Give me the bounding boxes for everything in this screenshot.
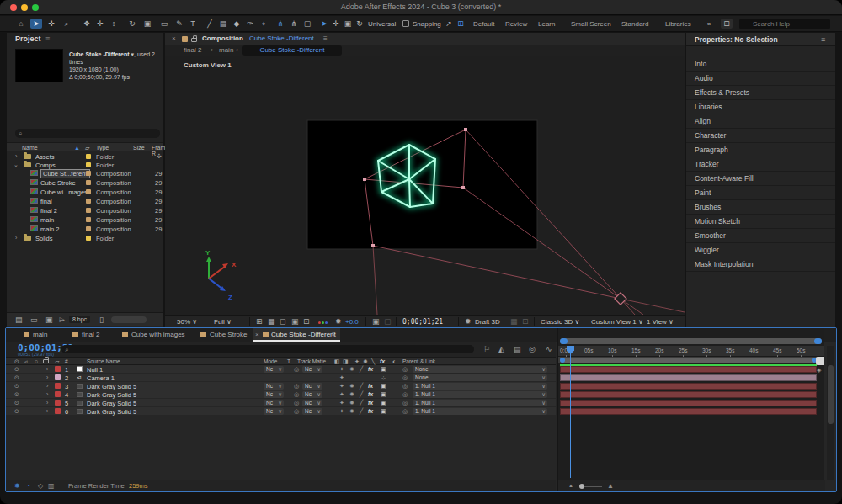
- view-select[interactable]: Custom View 1 ∨: [591, 318, 643, 326]
- expand-panes-icon[interactable]: ◇: [38, 482, 43, 490]
- dolly-camera-tool-icon[interactable]: ↕: [108, 19, 120, 29]
- zoom-out-mountain-icon[interactable]: ▲: [568, 483, 573, 488]
- workspace-tab-small-screen[interactable]: Small Screen: [571, 20, 611, 28]
- timeline-tab-cube-stroke[interactable]: Cube Stroke: [210, 331, 247, 338]
- panel-label[interactable]: Composition: [202, 34, 243, 42]
- project-row[interactable]: Cube wi...mages Composition 29: [7, 188, 163, 196]
- item-name[interactable]: final: [40, 198, 52, 205]
- project-row[interactable]: final 2 Composition 29: [7, 206, 163, 215]
- item-name[interactable]: Cube St...ferent: [40, 169, 90, 178]
- panel-tab-brushes[interactable]: Brushes: [686, 200, 835, 215]
- label-column-icon[interactable]: ▱: [85, 145, 89, 151]
- panel-menu-icon[interactable]: ≡: [323, 34, 328, 42]
- parent-link-column[interactable]: Parent & Link: [402, 358, 435, 364]
- snapping-label[interactable]: Snapping: [413, 20, 441, 28]
- matte-pickwhip-icon[interactable]: ◎: [294, 383, 299, 390]
- parent-pickwhip-icon[interactable]: ◎: [402, 391, 408, 398]
- eye-icon[interactable]: ⊙: [14, 400, 19, 406]
- label-color-swatch[interactable]: [86, 199, 91, 204]
- layer-bar-solid[interactable]: [560, 400, 817, 406]
- rectangle-tool-icon[interactable]: ▭: [158, 19, 170, 29]
- panel-tab-info[interactable]: Info: [686, 57, 835, 72]
- panel-tab-mask-interpolation[interactable]: Mask Interpolation: [686, 257, 835, 272]
- label-color-swatch[interactable]: [86, 171, 91, 176]
- source-name-column[interactable]: Source Name: [87, 358, 120, 364]
- project-panel-menu-icon[interactable]: ≡: [45, 34, 50, 43]
- sort-ascending-icon[interactable]: ▲: [74, 145, 80, 151]
- project-row[interactable]: main Composition 29: [7, 215, 163, 224]
- matte-alpha-icon[interactable]: ◧: [334, 358, 340, 365]
- label-color-swatch[interactable]: [86, 180, 91, 185]
- fx-switch[interactable]: fx: [368, 400, 373, 406]
- layer-bar-solid[interactable]: [560, 391, 817, 398]
- collapse-switch[interactable]: ✹: [349, 400, 354, 406]
- label-color-swatch[interactable]: [86, 154, 91, 159]
- parent-pickwhip-icon[interactable]: ◎: [402, 374, 408, 381]
- label-color-swatch[interactable]: [55, 366, 61, 372]
- track-matte-column[interactable]: Track Matte: [297, 358, 326, 364]
- collapse-arrow-icon[interactable]: ⌄: [13, 162, 19, 168]
- panel-tab-effects-presets[interactable]: Effects & Presets: [686, 86, 835, 100]
- show-snapshot-icon[interactable]: ▢: [384, 317, 392, 326]
- blend-mode-select[interactable]: Nc∨: [264, 408, 284, 415]
- threed-switch[interactable]: ▣: [381, 366, 386, 373]
- item-name[interactable]: Solids: [35, 235, 52, 242]
- gizmo-select-icon[interactable]: ➤: [318, 19, 330, 29]
- expand-arrow-icon[interactable]: ›: [15, 235, 17, 241]
- panel-tab-smoother[interactable]: Smoother: [686, 229, 835, 243]
- panel-tab-motion-sketch[interactable]: Motion Sketch: [686, 215, 835, 229]
- zoom-tool-icon[interactable]: ⌕: [61, 19, 72, 29]
- view-axis-mode-icon[interactable]: ▢: [301, 19, 313, 29]
- mask-visibility-icon[interactable]: ▦: [268, 317, 275, 326]
- threed-switch[interactable]: ▣: [381, 408, 386, 415]
- project-row[interactable]: Cube Stroke Composition 29: [7, 178, 163, 187]
- timeline-tab-cube-with-images[interactable]: Cube with images: [131, 331, 185, 338]
- workspace-menu-icon[interactable]: ⊡: [721, 19, 733, 29]
- parent-select[interactable]: None∨: [413, 374, 547, 381]
- shy-switch[interactable]: ✦: [339, 374, 344, 381]
- expand-arrow-icon[interactable]: ›: [15, 153, 17, 159]
- timeline-search-input[interactable]: ⌕: [61, 345, 474, 353]
- roto-brush-tool-icon[interactable]: ✑: [244, 19, 256, 29]
- brush-tool-icon[interactable]: ╱: [204, 19, 216, 29]
- layer-bar-camera-1[interactable]: [560, 374, 817, 381]
- track-matte-select[interactable]: Nc∨: [302, 408, 322, 415]
- eye-icon[interactable]: ⊙: [14, 391, 19, 398]
- column-type[interactable]: Type: [96, 145, 109, 151]
- gizmo-rotate-icon[interactable]: ↻: [354, 19, 365, 29]
- channels-icon[interactable]: [318, 317, 328, 326]
- project-row-selected[interactable]: Cube St...ferent Composition 29: [7, 169, 163, 178]
- project-row[interactable]: final Composition 29: [7, 197, 163, 205]
- workspace-tab-default[interactable]: Default: [473, 20, 494, 28]
- expand-arrow-icon[interactable]: ›: [46, 400, 48, 406]
- collapse-switch[interactable]: ✹: [349, 366, 354, 373]
- layer-bar-solid[interactable]: [560, 383, 817, 390]
- label-color-swatch[interactable]: [86, 226, 91, 231]
- t-column[interactable]: T: [287, 358, 290, 364]
- mode-column[interactable]: Mode: [264, 358, 277, 364]
- layer-row-null-1[interactable]: ⊙ › 1 Null 1 Nc∨ ◎ Nc∨ ✦ ✹ ╱ fx ▣ ◎ None…: [6, 365, 556, 374]
- track-matte-select[interactable]: Nc∨: [302, 383, 322, 390]
- mini-flowchart-icon[interactable]: ⚐: [483, 345, 490, 353]
- frame-blending-icon[interactable]: ▤: [514, 345, 521, 353]
- quality-switch[interactable]: ╱: [360, 391, 363, 398]
- extended-viewer-icon[interactable]: ⊡: [522, 317, 529, 326]
- timeline-tab-active[interactable]: × Cube Stoke -Different ≡: [253, 328, 340, 342]
- pen-tool-icon[interactable]: ✎: [173, 19, 185, 29]
- selection-tool-icon[interactable]: ➤: [30, 19, 42, 29]
- video-column-icon[interactable]: ⊙: [14, 358, 19, 365]
- panel-tab-audio[interactable]: Audio: [686, 72, 835, 86]
- layer-row-solid[interactable]: ⊙ › 3 Dark Gray Solid 5 Nc∨ ◎ Nc∨ ✦ ✹ ╱ …: [6, 382, 556, 390]
- eraser-tool-icon[interactable]: ◆: [231, 19, 242, 29]
- motion-blur-switch-icon[interactable]: ◐: [392, 358, 396, 364]
- label-color-swatch[interactable]: [86, 189, 91, 194]
- exposure-gear-icon[interactable]: ✹: [335, 317, 342, 326]
- column-size[interactable]: Size: [133, 145, 145, 151]
- time-ruler[interactable]: 0:00f 05s 10s 15s 20s 25s 30s 35s 40s 45…: [558, 346, 824, 357]
- shape-path-toggle-icon[interactable]: ↗: [443, 19, 455, 29]
- breadcrumb-current[interactable]: Cube Stoke -Different: [242, 45, 342, 56]
- item-name[interactable]: main: [40, 216, 54, 224]
- layer-name[interactable]: Dark Gray Solid 5: [87, 383, 136, 390]
- fx-switch-icon[interactable]: fx: [380, 358, 385, 364]
- panel-tab-paragraph[interactable]: Paragraph: [686, 143, 835, 157]
